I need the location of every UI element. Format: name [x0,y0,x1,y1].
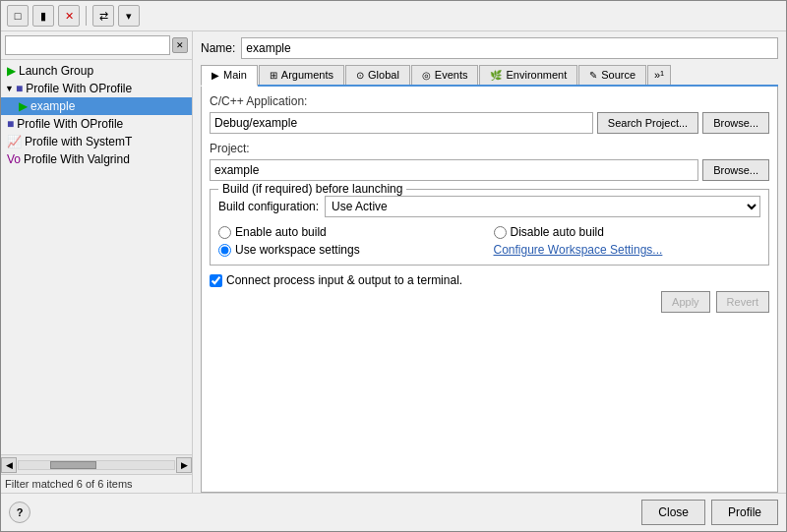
configure-workspace-link[interactable]: Configure Workspace Settings... [494,243,663,257]
use-workspace-settings-label: Use workspace settings [235,243,360,257]
browse-app-button[interactable]: Browse... [702,112,769,134]
project-input[interactable] [210,159,698,181]
tree-item-label: Profile With OProfile [26,82,132,95]
tree-item-profile-valgrind[interactable]: Vo Profile With Valgrind [1,150,192,168]
browse-project-button[interactable]: Browse... [702,159,769,181]
tree-item-profile-systt[interactable]: 📈 Profile with SystemT [1,133,192,150]
build-config-label: Build configuration: [218,200,319,213]
tree-view: ▶ Launch Group ▼ ■ Profile With OProfile… [1,60,192,454]
action-row: Apply Revert [210,287,769,317]
cpp-app-input[interactable] [210,112,593,134]
filter-input[interactable] [5,35,170,55]
systt-icon: 📈 [7,135,22,148]
radio-group: Enable auto build Disable auto build Use… [218,225,760,257]
help-button[interactable]: ? [9,502,30,523]
profile-icon: ■ [16,82,23,95]
horizontal-scrollbar[interactable]: ◀ ▶ [1,454,192,474]
terminal-checkbox-row: Connect process input & output to a term… [210,273,769,287]
build-config-row: Build configuration: Use Active Debug Re… [218,196,760,217]
bottom-right-buttons: Close Profile [641,500,778,525]
build-group-legend: Build (if required) before launching [218,182,406,196]
tabs-more-button[interactable]: »¹ [647,65,671,85]
events-tab-icon: ◎ [422,70,431,81]
profile-icon-2: ■ [7,117,14,131]
right-panel: Name: ▶ Main ⊞ Arguments ⊙ Global ◎ [193,31,786,493]
new-config-button[interactable]: □ [7,5,29,27]
profile-button[interactable]: Profile [711,500,778,525]
main-tab-content: C/C++ Application: Search Project... Bro… [201,87,778,493]
tab-environment-label: Environment [506,69,567,81]
tab-global-label: Global [368,69,399,81]
scroll-track[interactable] [18,460,175,470]
enable-auto-build-label: Enable auto build [235,225,327,239]
filter-button[interactable]: ⇄ [92,5,114,27]
name-label: Name: [201,41,235,55]
disable-auto-build-radio[interactable] [494,226,507,239]
search-bar: ✕ [1,31,192,60]
tab-arguments[interactable]: ⊞ Arguments [259,65,344,85]
tab-global[interactable]: ⊙ Global [345,65,410,85]
revert-button[interactable]: Revert [716,291,769,313]
source-tab-icon: ✎ [589,70,597,81]
toolbar: □ ▮ ✕ ⇄ ▾ [1,1,786,31]
scroll-thumb[interactable] [50,461,96,469]
new-icon: □ [15,10,22,22]
name-input[interactable] [241,37,778,59]
tree-item-launch-group[interactable]: ▶ Launch Group [1,62,192,80]
name-row: Name: [201,37,778,59]
bottom-bar: ? Close Profile [1,493,786,531]
scroll-left-button[interactable]: ◀ [1,457,17,473]
clear-search-button[interactable]: ✕ [172,37,188,53]
valgrind-icon: Vo [7,152,21,166]
build-config-select[interactable]: Use Active Debug Release [325,196,760,217]
tree-item-label: example [30,99,75,113]
arrow-icon: ▼ [5,84,14,93]
tab-bar: ▶ Main ⊞ Arguments ⊙ Global ◎ Events 🌿 [201,65,778,87]
project-label: Project: [210,142,769,155]
tab-main[interactable]: ▶ Main [201,65,258,87]
apply-button[interactable]: Apply [661,291,710,313]
close-button[interactable]: Close [641,500,705,525]
search-project-button[interactable]: Search Project... [597,112,698,134]
terminal-label: Connect process input & output to a term… [226,273,462,287]
separator [86,6,87,26]
delete-config-button[interactable]: ✕ [58,5,80,27]
tree-item-label: Profile with SystemT [25,135,132,148]
filter-status: Filter matched 6 of 6 items [1,474,192,493]
tab-environment[interactable]: 🌿 Environment [479,65,577,85]
main-content: ✕ ▶ Launch Group ▼ ■ Profile With OProfi… [1,31,786,493]
arguments-tab-icon: ⊞ [270,70,277,81]
left-panel: ✕ ▶ Launch Group ▼ ■ Profile With OProfi… [1,31,193,493]
configure-workspace-row: Configure Workspace Settings... [494,243,761,257]
build-group: Build (if required) before launching Bui… [210,189,769,266]
tabs-more-label: »¹ [654,69,664,81]
launch-group-icon: ▶ [7,64,16,78]
tree-item-profile-oprofile-2[interactable]: ■ Profile With OProfile [1,115,192,133]
terminal-checkbox[interactable] [210,274,222,287]
tree-item-label: Profile With Valgrind [24,152,130,166]
tree-item-profile-oprofile-parent[interactable]: ▼ ■ Profile With OProfile [1,80,192,97]
copy-icon: ▮ [40,10,46,23]
cpp-app-label: C/C++ Application: [210,94,769,108]
enable-auto-build-row: Enable auto build [218,225,486,239]
use-workspace-settings-radio[interactable] [218,244,231,257]
scroll-right-button[interactable]: ▶ [176,457,192,473]
copy-config-button[interactable]: ▮ [32,5,54,27]
tab-source[interactable]: ✎ Source [578,65,646,85]
delete-icon: ✕ [65,10,74,23]
use-workspace-settings-row: Use workspace settings [218,243,486,257]
tab-arguments-label: Arguments [281,69,333,81]
dropdown-icon: ▾ [126,10,132,23]
run-icon: ▶ [19,99,28,113]
clear-icon: ✕ [176,40,184,50]
tree-item-label: Launch Group [19,64,93,78]
more-button[interactable]: ▾ [118,5,140,27]
tab-source-label: Source [601,69,636,81]
disable-auto-build-row: Disable auto build [494,225,761,239]
tab-events[interactable]: ◎ Events [411,65,479,85]
tree-item-example[interactable]: ▶ example [1,97,192,115]
filter-icon: ⇄ [99,10,108,23]
tab-main-label: Main [223,69,247,81]
tree-item-label: Profile With OProfile [17,117,123,131]
enable-auto-build-radio[interactable] [218,226,231,239]
